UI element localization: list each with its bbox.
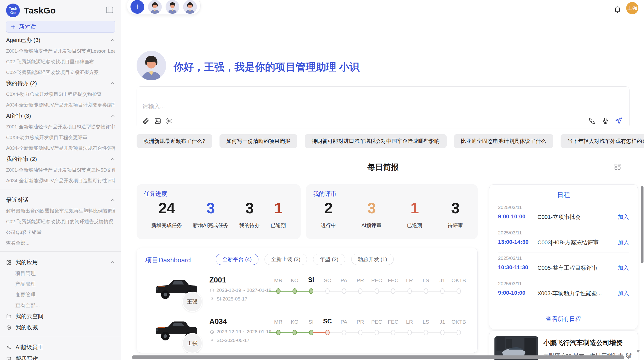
dashboard-tab[interactable]: 年型 (2) xyxy=(313,254,345,265)
sidebar-item-my-apps[interactable]: 我的应用 xyxy=(6,257,115,268)
sidebar-app-item[interactable]: 项目管理 xyxy=(6,268,115,279)
clock-icon xyxy=(210,330,214,334)
horizontal-scrollbar[interactable] xyxy=(132,355,624,359)
stats-row: 2进行中3AI预评审1已逾期3待评审 xyxy=(313,199,471,229)
view-all-schedule-link[interactable]: 查看所有日程 xyxy=(489,315,638,323)
user-avatar-badge[interactable]: 王强 xyxy=(626,2,638,14)
join-link[interactable]: 加入 xyxy=(618,290,629,297)
section-label: 最近对话 xyxy=(6,196,110,204)
new-chat-button[interactable]: 新对话 xyxy=(6,21,115,33)
sidebar-conversation-item[interactable]: A034-全新新能源MUV产品开发项目造型可行性评审 xyxy=(6,175,115,186)
user-avatar[interactable] xyxy=(166,0,179,14)
suggestion-chip[interactable]: 当下年轻人对汽车外观有怎样的喜好趋势 xyxy=(561,134,644,148)
microphone-button[interactable] xyxy=(602,117,609,124)
sidebar-recent-item[interactable]: C02-飞腾新能源轻客改款项目的闭环通告反馈情况 xyxy=(6,216,115,227)
sidebar-recent-item[interactable]: 解释最新出台的欧盟报废车法规再生塑料比例被调至15%... xyxy=(6,206,115,216)
attach-file-button[interactable] xyxy=(142,117,150,125)
favorite-badge-icon xyxy=(6,325,11,330)
milestone-label: MR xyxy=(274,277,283,283)
chevron-up-icon xyxy=(110,157,115,161)
send-button[interactable] xyxy=(615,117,623,125)
insert-image-button[interactable] xyxy=(154,117,161,125)
sidebar-section-header[interactable]: 我的待办 (2) xyxy=(6,78,115,89)
user-avatar[interactable] xyxy=(183,0,197,14)
sidebar-item-ai-super-staff[interactable]: AI超级员工 xyxy=(6,341,115,353)
project-row[interactable]: 王强 Z001 2023-12-19 ~ 2027-01-19 SI-2025-… xyxy=(137,272,477,313)
schedule-item: 2025/03/119:00-10:00C001-立项审批会加入 xyxy=(498,202,629,227)
suggestion-chip[interactable]: 特朗普可能对进口汽车增税会对中国车企造成哪些影响 xyxy=(305,134,447,148)
sidebar-app-item[interactable]: 查看全部... xyxy=(6,300,115,311)
suggestion-chip[interactable]: 比亚迪全固态电池计划具体说了什么 xyxy=(454,134,553,148)
suggestion-chip[interactable]: 如何写一份清晰的项目周报 xyxy=(219,134,297,148)
join-link[interactable]: 加入 xyxy=(618,239,629,246)
schedule-date: 2025/03/11 xyxy=(498,252,629,261)
divider xyxy=(0,189,121,189)
milestone-dot xyxy=(309,288,313,294)
milestone-label: LS xyxy=(423,277,429,283)
sidebar-conversation-item[interactable]: A034-全新新能源MUV产品开发项目法规符合性评审 xyxy=(6,143,115,154)
screenshot-button[interactable] xyxy=(166,117,173,125)
chevron-up-icon xyxy=(110,114,115,118)
milestone-timeline: MRKOSISCPAPRPECFECLRLSJ1OKTB xyxy=(265,314,469,348)
person-avatar-illustration xyxy=(183,0,197,14)
join-link[interactable]: 加入 xyxy=(618,264,629,272)
sidebar-app-item[interactable]: 变更管理 xyxy=(6,289,115,300)
dashboard-tab[interactable]: 全新上装 (3) xyxy=(265,254,307,265)
sidebar-collapse-button[interactable] xyxy=(105,6,114,14)
stat-value: 3 xyxy=(361,199,382,217)
suggestion-chip[interactable]: 欧洲新规最近颁布了什么? xyxy=(137,134,212,148)
project-code: A034 xyxy=(209,317,227,326)
join-link[interactable]: 加入 xyxy=(618,213,629,221)
milestone-dot xyxy=(424,330,428,335)
milestone-label: SC xyxy=(324,277,331,283)
milestone-dot xyxy=(292,330,297,335)
notifications-button[interactable] xyxy=(613,5,622,13)
sidebar-item-favorites[interactable]: 我的收藏 xyxy=(6,322,115,333)
milestone-dot xyxy=(342,288,346,294)
sidebar-recent-item[interactable]: 查看全部... xyxy=(6,238,115,248)
voice-call-button[interactable] xyxy=(589,117,596,124)
project-row[interactable]: 王强 A034 2023-12-19 ~ 2026-01-19 SC-2025-… xyxy=(137,314,477,353)
sidebar-conversation-item[interactable]: Z001-全新燃油轻卡产品开发项目SI造型提交物评审 xyxy=(6,122,115,132)
scroll-down-arrow[interactable] xyxy=(636,350,640,353)
image-icon xyxy=(154,117,161,125)
vertical-scrollbar[interactable] xyxy=(641,186,643,263)
user-avatar[interactable] xyxy=(148,0,162,14)
dashboard-tab[interactable]: 全新平台 (4) xyxy=(216,254,258,265)
milestone-dot xyxy=(276,288,281,294)
sidebar-item-help-me-write[interactable]: 帮我写作 xyxy=(6,353,115,360)
sidebar-conversation-item[interactable]: C02-飞腾新能源轻客改款项目里程碑画布 xyxy=(6,56,115,67)
sidebar-conversation-item[interactable]: A034-全新新能源MUV产品开发项目计划变更类编写 xyxy=(6,100,115,110)
schedule-item: 2025/03/1113:00-14:30C003|H0B-方案冻结评审加入 xyxy=(498,227,629,252)
sidebar-conversation-item[interactable]: Z001-全新燃油皮卡产品开发项目SI节点Lesson Learn报告 xyxy=(6,46,115,56)
card-title: 任务进度 xyxy=(144,190,294,198)
stat-item: 3新增AI完成任务 xyxy=(193,199,228,229)
milestone-dot xyxy=(407,288,412,294)
tool-label: 帮我写作 xyxy=(16,355,38,360)
sidebar-section-header[interactable]: 最近对话 xyxy=(6,194,115,206)
sidebar-section-header[interactable]: Agent已办 (3) xyxy=(6,35,115,46)
taskgo-app: Task Go TaskGo 新对话 Agent已办 (3)Z001-全新燃油皮… xyxy=(0,0,644,360)
sidebar-section-header[interactable]: 我的评审 (2) xyxy=(6,154,115,165)
dashboard-tab[interactable]: 动总开发 (1) xyxy=(351,254,394,265)
sidebar-conversation-item[interactable]: Z001-全新燃油轻卡产品开发项目SI节点属性5D文件评审 xyxy=(6,165,115,175)
milestone-label: FEC xyxy=(388,277,399,283)
briefing-layout-button[interactable] xyxy=(614,163,621,170)
sidebar-conversation-item[interactable]: C0X4-动力总成开发项目SI里程碑提交物检查 xyxy=(6,89,115,100)
stat-label: 已逾期 xyxy=(271,222,286,229)
sidebar-conversation-item[interactable]: C0X4-动力总成开发项目工程变更评审 xyxy=(6,132,115,143)
owner-name: 王强 xyxy=(187,340,198,347)
chat-input[interactable] xyxy=(142,101,575,112)
sidebar-conversation-item[interactable]: C02-飞腾新能源轻客改款项目立项汇报方案 xyxy=(6,67,115,78)
stat-value: 3 xyxy=(239,199,260,217)
milestone-dot xyxy=(457,330,461,335)
scroll-right-arrow[interactable] xyxy=(628,355,631,359)
sidebar-app-item[interactable]: 产品管理 xyxy=(6,279,115,289)
add-agent-button[interactable] xyxy=(130,0,144,14)
sidebar-section-header[interactable]: AI评审 (3) xyxy=(6,110,115,122)
phone-icon xyxy=(589,117,596,124)
sidebar-item-cloud-space[interactable]: 我的云空间 xyxy=(6,311,115,322)
sidebar-recent-conversations: 最近对话解释最新出台的欧盟报废车法规再生塑料比例被调至15%...C02-飞腾新… xyxy=(0,192,121,248)
dashboard-filter-tabs: 全新平台 (4)全新上装 (3)年型 (2)动总开发 (1) xyxy=(216,254,394,265)
sidebar-recent-item[interactable]: 公司Q3轻卡销量 xyxy=(6,227,115,238)
